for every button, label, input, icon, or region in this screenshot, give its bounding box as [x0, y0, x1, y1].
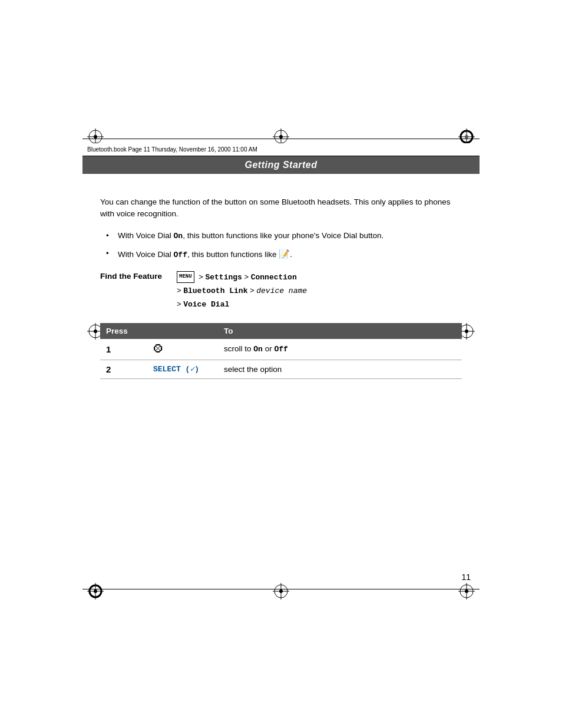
- page-number: 11: [461, 572, 471, 582]
- path-gt-3: >: [247, 286, 256, 295]
- step-to-1: scroll to On or Off: [218, 339, 462, 360]
- steps-table: Press To 1 ⭙ scroll to On or Off 2 SELEC…: [100, 323, 462, 379]
- table-row: 1 ⭙ scroll to On or Off: [100, 339, 462, 360]
- step-number-1: 1: [100, 339, 147, 360]
- on-text: On: [253, 345, 263, 354]
- intro-paragraph: You can change the function of the butto…: [100, 196, 462, 220]
- find-feature-label: Find the Feature: [100, 271, 177, 281]
- path-gt-2: >: [177, 286, 183, 295]
- svg-point-33: [279, 589, 283, 593]
- file-info-bar: Bluetooth.book Page 11 Thursday, Novembe…: [82, 143, 480, 156]
- path-connection: Connection: [251, 273, 297, 282]
- step-number-2: 2: [100, 360, 147, 378]
- reg-mark-top-center: [273, 129, 289, 145]
- bullet-1-text-before: With Voice Dial: [118, 231, 174, 240]
- path-gt-4: >: [177, 299, 183, 308]
- reg-mark-top-right: [458, 129, 475, 145]
- find-feature-section: Find the Feature MENU > Settings > Conne…: [100, 271, 462, 311]
- bullet-item-1: With Voice Dial On, this button function…: [106, 230, 462, 242]
- bullet-1-text-after: , this button functions like your phone'…: [183, 231, 384, 240]
- content-area: You can change the function of the butto…: [82, 174, 480, 391]
- file-info-text: Bluetooth.book Page 11 Thursday, Novembe…: [87, 146, 257, 153]
- pencil-icon: 📝: [279, 249, 290, 259]
- reg-mark-bottom-center: [273, 583, 289, 599]
- path-device-name: device name: [256, 286, 307, 295]
- svg-point-25: [465, 589, 468, 593]
- path-line-3: > Voice Dial: [177, 298, 307, 311]
- bullet-2-text-after: , this button functions like: [187, 250, 279, 259]
- hline-bottom: [82, 589, 480, 589]
- path-gt-1: >: [242, 272, 251, 281]
- bullet-1-code-on: On: [174, 232, 183, 241]
- table-row: 2 SELECT (✓) select the option: [100, 360, 462, 378]
- menu-icon: MENU: [177, 271, 194, 282]
- hline-top: [82, 139, 480, 139]
- bullet-item-2: With Voice Dial Off, this button functio…: [106, 248, 462, 261]
- path-voice-dial: Voice Dial: [183, 300, 229, 309]
- reg-mark-bottom-left: [87, 583, 104, 599]
- path-settings: Settings: [205, 273, 242, 282]
- bullet-2-code-off: Off: [174, 251, 187, 259]
- svg-point-21: [94, 589, 97, 593]
- page: Bluetooth.book Page 11 Thursday, Novembe…: [0, 0, 562, 728]
- bullet-2-text-before: With Voice Dial: [118, 250, 174, 259]
- bullet-2-period: .: [290, 250, 292, 259]
- step-press-2: SELECT (✓): [147, 360, 218, 378]
- path-line-1: MENU > Settings > Connection: [177, 271, 307, 284]
- table-header-row: Press To: [100, 323, 462, 339]
- step-press-1: ⭙: [147, 339, 218, 360]
- table-header-empty: [147, 323, 218, 339]
- reg-mark-bottom-right: [458, 583, 475, 599]
- table-header-press: Press: [100, 323, 147, 339]
- path-line-2: > Bluetooth Link > device name: [177, 284, 307, 298]
- find-feature-path: MENU > Settings > Connection > Bluetooth…: [177, 271, 307, 311]
- reg-mark-top-left: [87, 129, 104, 145]
- section-header: Getting Started: [82, 156, 480, 174]
- scroll-icon: ⭙: [153, 343, 164, 355]
- table-header-to: To: [218, 323, 462, 339]
- off-text: Off: [274, 345, 287, 354]
- path-bluetooth: Bluetooth Link: [183, 286, 247, 295]
- step-to-2: select the option: [218, 360, 462, 378]
- path-text-1: >: [199, 272, 205, 281]
- section-header-title: Getting Started: [244, 160, 317, 170]
- bullet-list: With Voice Dial On, this button function…: [106, 230, 462, 261]
